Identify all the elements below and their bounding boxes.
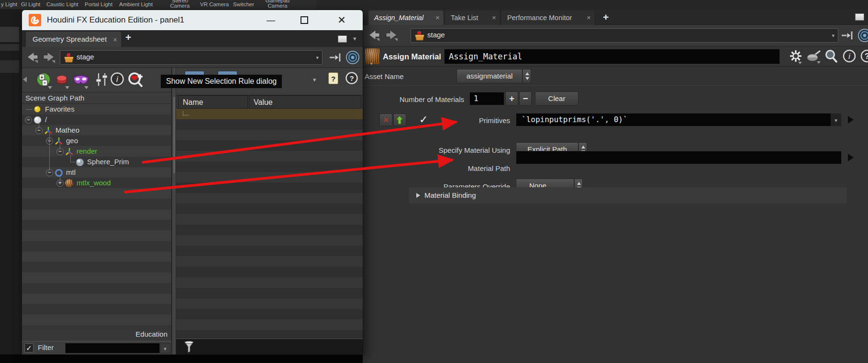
filter-caret-icon[interactable]: ▾	[160, 343, 170, 353]
shelf-item-caustic-light[interactable]: Caustic Light	[46, 1, 78, 7]
close-window-button[interactable]: ✕	[332, 10, 351, 30]
asset-name-dropdown[interactable]: assignmaterial	[456, 69, 523, 83]
material-path-expand-arrow-icon[interactable]	[848, 154, 854, 161]
window-tab-bar: Geometry Spreadsheet ✕ + ▾	[22, 30, 363, 47]
add-material-button[interactable]: +	[505, 91, 518, 106]
radial-menu-icon[interactable]	[345, 50, 360, 67]
info-icon[interactable]: i	[843, 49, 857, 66]
material-path-field[interactable]	[516, 151, 842, 164]
selected-spreadsheet-row[interactable]	[176, 109, 363, 119]
funnel-icon[interactable]	[183, 340, 195, 356]
close-tab-icon[interactable]: ✕	[113, 32, 117, 47]
tree-row-matheo[interactable]: − Matheo	[22, 125, 171, 136]
shelf-item-gamepad-camera[interactable]: Gamepad Camera	[264, 0, 291, 8]
background-toolbar-edge	[0, 44, 19, 51]
help-box-icon[interactable]: ?	[328, 72, 338, 84]
maximize-button[interactable]	[300, 16, 308, 24]
shelf-item-gi-light[interactable]: GI Light	[21, 1, 40, 7]
close-tab-icon[interactable]: ✕	[587, 11, 591, 25]
breadcrumb-caret-icon[interactable]: ▾	[316, 55, 319, 61]
info-icon[interactable]: i	[110, 72, 124, 88]
tab-performance-monitor[interactable]: Performance Monitor ✕	[501, 11, 595, 25]
close-tab-icon[interactable]: ✕	[492, 11, 496, 25]
breadcrumb-caret-icon[interactable]: ▾	[832, 33, 835, 39]
pane-maximize-icon[interactable]	[338, 35, 347, 43]
delete-instance-button[interactable]: ✕	[379, 113, 392, 126]
shelf-item-vr-camera[interactable]: VR Camera	[200, 1, 229, 7]
root-node-icon	[33, 116, 42, 124]
asset-name-spinner-icon[interactable]	[523, 69, 531, 83]
help-icon[interactable]: ?	[860, 49, 868, 66]
shelf-item-ambient-light[interactable]: Ambient Light	[119, 1, 153, 7]
specify-material-using-label: Specify Material Using	[414, 146, 510, 154]
sliders-icon[interactable]	[95, 72, 108, 89]
layers-icon[interactable]	[56, 73, 70, 91]
radial-menu-icon[interactable]	[857, 28, 868, 45]
forward-arrow-icon[interactable]	[385, 29, 399, 42]
tree-row-root[interactable]: − /	[22, 114, 171, 125]
background-bottom-strip	[0, 354, 363, 363]
tree-row-mtl[interactable]: − mtl	[22, 167, 171, 178]
node-name-field[interactable]: Assign_Material	[444, 49, 780, 64]
back-arrow-icon[interactable]	[25, 51, 39, 64]
tree-row-mtlx-wood[interactable]: + mtlx_wood	[22, 178, 171, 188]
tab-geometry-spreadsheet[interactable]: Geometry Spreadsheet ✕	[26, 32, 121, 47]
column-header-value[interactable]: Value	[249, 95, 361, 109]
primitives-menu-caret-icon[interactable]: ▾	[831, 113, 841, 126]
new-selection-rule-icon[interactable]	[126, 71, 145, 91]
mask-icon[interactable]	[72, 73, 90, 91]
number-of-materials-field[interactable]: 1	[469, 92, 504, 105]
minimize-button[interactable]: —	[261, 10, 280, 30]
background-toolbar-edge	[0, 27, 19, 42]
tree-row-favorites[interactable]: Favorites	[22, 104, 171, 114]
new-tab-button[interactable]: +	[121, 31, 136, 45]
filter-bar: ✓ Filter ▾	[22, 341, 171, 354]
remove-material-button[interactable]: −	[519, 91, 532, 106]
tab-assign-material[interactable]: Assign_Material ✕	[368, 11, 444, 25]
insert-instance-button[interactable]	[393, 113, 406, 126]
filter-checkbox[interactable]: ✓	[24, 343, 33, 352]
node-icon-caret: ▾	[370, 61, 373, 66]
sphere-prim-icon	[76, 158, 84, 166]
collapse-pane-icon[interactable]	[23, 77, 27, 82]
gallery-ladle-icon[interactable]	[806, 49, 822, 66]
primitives-expand-arrow-icon[interactable]	[848, 116, 854, 124]
collapse-expander-icon[interactable]: −	[25, 116, 32, 124]
spreadsheet-menu-caret-icon[interactable]: ▾	[313, 76, 316, 83]
shelf-item-stereo-camera[interactable]: Stereo Camera	[167, 0, 193, 8]
shelf-item-light[interactable]: y Light	[1, 1, 17, 7]
new-tab-button[interactable]: +	[598, 11, 613, 25]
window-title: Houdini FX Education Edition - panel1	[47, 10, 184, 30]
background-toolbar-edge	[0, 60, 19, 73]
help-icon[interactable]: ?	[345, 72, 359, 87]
forward-arrow-icon[interactable]	[42, 51, 56, 64]
scene-graph-path-header[interactable]: Scene Graph Path	[22, 92, 171, 104]
breadcrumb-field[interactable]: stage ▾	[411, 28, 838, 43]
tree-row-geo[interactable]: − geo	[22, 136, 171, 146]
scrollbar-thumb[interactable]	[173, 97, 175, 173]
tab-take-list[interactable]: Take List ✕	[445, 11, 501, 25]
search-icon[interactable]	[824, 49, 838, 66]
shelf-item-switcher[interactable]: Switcher	[233, 1, 254, 7]
primitives-field[interactable]: `lopinputprims('.', 0)`	[516, 113, 842, 126]
back-arrow-icon[interactable]	[367, 29, 381, 42]
window-title-bar[interactable]: Houdini FX Education Edition - panel1 — …	[22, 10, 363, 30]
pane-menu-caret-icon[interactable]: ▾	[353, 35, 356, 42]
shelf-item-portal-light[interactable]: Portal Light	[85, 1, 112, 7]
material-binding-section[interactable]: Material Binding	[409, 187, 847, 204]
tree-row-render[interactable]: − render	[22, 146, 171, 157]
close-tab-icon[interactable]: ✕	[435, 11, 440, 25]
clear-button[interactable]: Clear	[535, 91, 579, 106]
pin-icon[interactable]	[841, 29, 855, 44]
filter-input[interactable]	[65, 343, 160, 353]
pane-maximize-icon[interactable]	[855, 13, 864, 21]
pin-icon[interactable]	[329, 51, 343, 66]
tree-row-sphere-prim[interactable]: Sphere_Prim	[22, 157, 171, 167]
collapse-triangle-icon	[416, 193, 420, 198]
display-flags-icon[interactable]: +-	[36, 72, 53, 91]
column-header-name[interactable]: Name	[178, 95, 248, 109]
breadcrumb-text: stage	[77, 53, 94, 61]
gear-icon[interactable]	[789, 49, 803, 66]
pane-splitter[interactable]	[172, 68, 176, 354]
breadcrumb-field[interactable]: stage ▾	[60, 50, 323, 65]
